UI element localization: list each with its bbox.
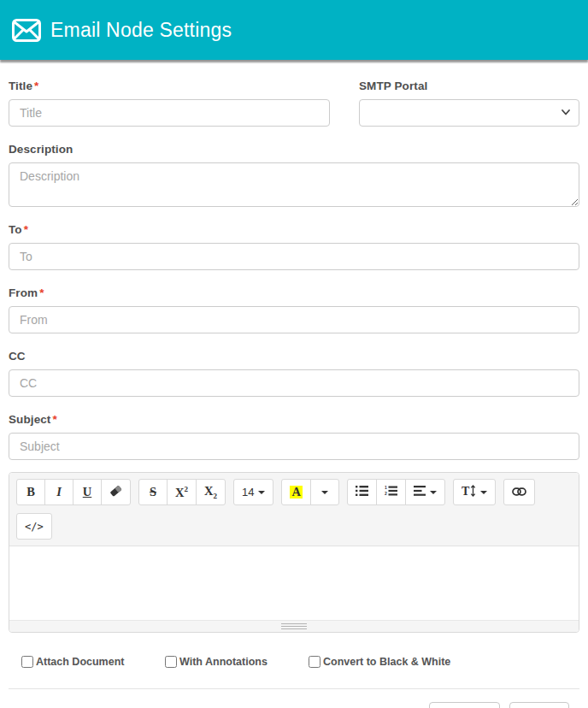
cc-label: CC [9, 350, 579, 363]
insert-link-button[interactable] [503, 479, 535, 505]
convert-black-white-checkbox[interactable]: Convert to Black & White [309, 656, 452, 668]
toolbar-button-group: T [453, 479, 496, 505]
underline-button[interactable]: U [73, 479, 102, 505]
svg-text:1: 1 [385, 486, 387, 490]
required-asterisk: * [39, 286, 44, 299]
dialog-header: Email Node Settings [0, 0, 588, 60]
description-label: Description [9, 143, 579, 156]
toolbar-button-group [503, 479, 535, 505]
toolbar-button-group: </> [16, 513, 52, 540]
smtp-portal-label: SMTP Portal [359, 80, 579, 92]
caret-down-icon [258, 491, 265, 494]
with-annotations-checkbox-input[interactable] [165, 656, 177, 668]
to-input[interactable] [9, 243, 579, 270]
dialog-title: Email Node Settings [50, 19, 232, 42]
description-textarea[interactable] [9, 162, 579, 207]
font-size-button[interactable]: 14 [233, 479, 273, 505]
options-row: Attach Document With Annotations Convert… [9, 633, 579, 668]
toolbar-button-group: 14 [233, 479, 273, 505]
convert-black-white-checkbox-input[interactable] [309, 656, 320, 668]
required-asterisk: * [52, 413, 56, 426]
subscript-button[interactable]: X2 [196, 479, 226, 505]
toolbar-button-group: A [281, 479, 338, 505]
clear-format-button[interactable] [101, 479, 131, 505]
subject-label: Subject* [9, 413, 579, 426]
bold-button[interactable]: B [16, 479, 45, 505]
rich-text-editor: BIUSX2X214A12T</> [9, 472, 579, 633]
align-icon [414, 485, 426, 499]
caret-down-icon [430, 491, 437, 494]
with-annotations-checkbox[interactable]: With Annotations [165, 656, 309, 668]
caret-down-icon [321, 491, 328, 494]
caret-down-icon [480, 491, 487, 494]
title-label: Title* [9, 80, 330, 92]
ordered-list-button[interactable]: 12 [376, 479, 406, 505]
toolbar-button-group: 12 [347, 479, 445, 505]
ul-icon [356, 485, 368, 499]
paragraph-align-button[interactable] [405, 479, 445, 505]
superscript-button[interactable]: X2 [167, 479, 197, 505]
toolbar-button-group: SX2X2 [138, 479, 226, 505]
cc-input[interactable] [9, 369, 579, 397]
ol-icon: 12 [385, 485, 397, 499]
email-body-editable[interactable] [9, 546, 579, 620]
required-asterisk: * [24, 223, 28, 236]
editor-toolbar: BIUSX2X214A12T</> [9, 473, 579, 546]
editor-resize-bar[interactable] [9, 620, 579, 632]
svg-text:T: T [462, 485, 470, 497]
link-icon [512, 485, 526, 499]
smtp-portal-select[interactable] [359, 99, 579, 127]
required-asterisk: * [34, 80, 38, 92]
from-label: From* [9, 286, 579, 299]
attach-document-checkbox-input[interactable] [21, 656, 33, 668]
code-view-button[interactable]: </> [16, 513, 52, 540]
strikethrough-button[interactable]: S [138, 479, 168, 505]
more-colors-button[interactable] [310, 479, 339, 505]
attach-document-checkbox[interactable]: Attach Document [21, 656, 165, 668]
envelope-icon [12, 19, 41, 42]
dialog-body: Title* SMTP Portal Description To [0, 60, 588, 708]
title-input[interactable] [9, 99, 330, 127]
font-color-button[interactable]: A [281, 479, 310, 505]
unordered-list-button[interactable] [347, 479, 377, 505]
toolbar-button-group: BIU [16, 479, 131, 505]
email-node-settings-dialog: Email Node Settings Title* SMTP Portal [0, 0, 588, 708]
eraser-icon [109, 485, 122, 500]
to-label: To* [9, 223, 579, 236]
italic-button[interactable]: I [44, 479, 74, 505]
from-input[interactable] [9, 306, 579, 333]
cancel-button[interactable]: Cancel [429, 702, 500, 708]
resize-grip-icon[interactable] [281, 622, 307, 631]
dialog-footer: * Required Cancel Save [9, 689, 579, 708]
subject-input[interactable] [9, 433, 579, 460]
lineheight-icon: T [462, 485, 476, 500]
line-height-button[interactable]: T [453, 479, 496, 505]
svg-text:2: 2 [385, 491, 387, 496]
save-button[interactable]: Save [509, 702, 569, 708]
